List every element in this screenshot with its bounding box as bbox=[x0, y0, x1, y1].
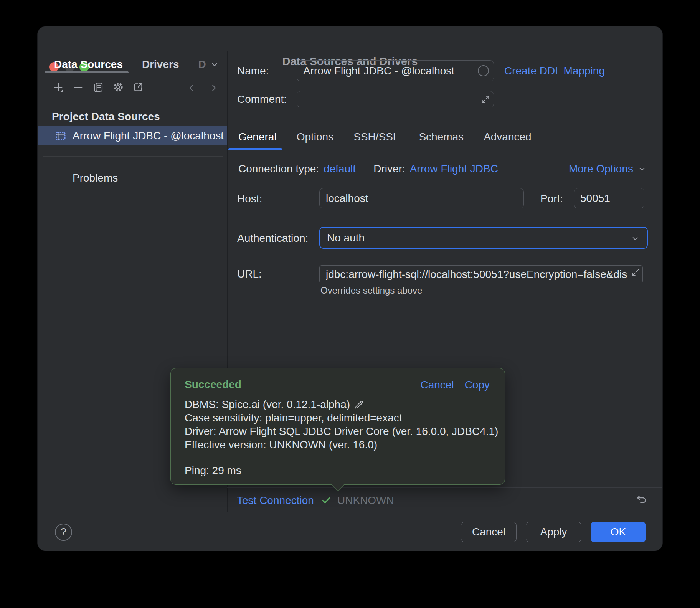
popup-line-case: Case sensitivity: plain=upper, delimited… bbox=[185, 412, 402, 424]
port-input[interactable] bbox=[574, 188, 644, 208]
remove-icon[interactable] bbox=[72, 81, 84, 93]
comment-field[interactable] bbox=[297, 91, 494, 107]
comment-input[interactable] bbox=[297, 91, 494, 107]
chevron-down-icon bbox=[637, 164, 647, 174]
sidebar-tab-data-sources[interactable]: Data Sources bbox=[54, 58, 123, 71]
port-label: Port: bbox=[540, 192, 563, 205]
name-input[interactable] bbox=[297, 61, 494, 81]
sidebar-item-problems[interactable]: Problems bbox=[73, 172, 118, 185]
sidebar-toolbar bbox=[52, 81, 144, 93]
forward-arrow-icon[interactable] bbox=[207, 82, 218, 94]
more-options[interactable]: More Options bbox=[569, 162, 647, 175]
tab-general[interactable]: General bbox=[238, 131, 277, 143]
sidebar-tab-drivers[interactable]: Drivers bbox=[142, 58, 179, 71]
undo-icon[interactable] bbox=[636, 493, 648, 506]
status-badge: Succeeded bbox=[185, 378, 241, 391]
connection-type-value[interactable]: default bbox=[324, 162, 356, 175]
authentication-label: Authentication: bbox=[237, 232, 308, 245]
url-input[interactable] bbox=[320, 266, 642, 283]
back-arrow-icon[interactable] bbox=[188, 82, 198, 94]
popup-cancel-link[interactable]: Cancel bbox=[420, 378, 454, 392]
datasource-list-item[interactable]: Arrow Flight JDBC - @localhost bbox=[38, 126, 227, 145]
popup-copy-link[interactable]: Copy bbox=[465, 378, 490, 392]
test-connection-link[interactable]: Test Connection bbox=[237, 494, 314, 507]
expand-icon[interactable] bbox=[480, 94, 490, 104]
more-options-label[interactable]: More Options bbox=[569, 162, 633, 175]
sidebar-tab-overflow[interactable]: D bbox=[198, 58, 206, 71]
host-input[interactable] bbox=[320, 188, 523, 208]
connection-status: UNKNOWN bbox=[337, 494, 394, 507]
port-field[interactable] bbox=[574, 188, 644, 208]
gear-icon[interactable] bbox=[112, 81, 124, 93]
active-form-tab-underline bbox=[228, 148, 282, 150]
popup-line-effective: Effective version: UNKNOWN (ver. 16.0) bbox=[185, 439, 377, 451]
open-in-new-icon[interactable] bbox=[132, 81, 144, 93]
add-icon[interactable] bbox=[52, 81, 64, 93]
name-field[interactable] bbox=[297, 60, 494, 81]
driver-value-link[interactable]: Arrow Flight JDBC bbox=[410, 162, 498, 175]
datasource-label: Arrow Flight JDBC - @localhost bbox=[73, 126, 224, 145]
color-swatch-icon[interactable] bbox=[478, 65, 489, 76]
url-label: URL: bbox=[237, 268, 262, 281]
test-connection-bar: Test Connection UNKNOWN bbox=[227, 487, 663, 512]
expand-icon[interactable] bbox=[631, 267, 641, 277]
cancel-button[interactable]: Cancel bbox=[461, 522, 517, 542]
comment-label: Comment: bbox=[237, 93, 287, 106]
check-icon bbox=[320, 494, 332, 506]
nav-arrows bbox=[188, 82, 218, 94]
apply-button[interactable]: Apply bbox=[526, 522, 581, 542]
chevron-down-icon[interactable] bbox=[209, 59, 220, 70]
ok-button[interactable]: OK bbox=[591, 522, 646, 542]
host-field[interactable] bbox=[319, 188, 524, 208]
tab-ssh-ssl[interactable]: SSH/SSL bbox=[353, 131, 399, 143]
authentication-value: No auth bbox=[327, 231, 365, 245]
data-sources-dialog: Data Sources and Drivers Data Sources Dr… bbox=[37, 26, 663, 551]
driver-label: Driver: bbox=[373, 162, 405, 175]
form-tabstrip: General Options SSH/SSL Schemas Advanced bbox=[238, 131, 532, 143]
tab-advanced[interactable]: Advanced bbox=[484, 131, 532, 143]
authentication-select[interactable]: No auth bbox=[319, 227, 648, 249]
chevron-down-icon bbox=[630, 233, 640, 243]
name-label: Name: bbox=[237, 64, 269, 78]
pencil-icon[interactable] bbox=[354, 399, 365, 410]
desktop: Data Sources and Drivers Data Sources Dr… bbox=[0, 0, 700, 608]
url-field[interactable] bbox=[319, 265, 643, 283]
connection-type-label: Connection type: bbox=[238, 162, 319, 175]
help-button[interactable]: ? bbox=[55, 524, 72, 541]
form-tabstrip-border bbox=[227, 150, 663, 150]
host-label: Host: bbox=[237, 192, 262, 205]
sidebar-divider bbox=[43, 156, 223, 157]
datasource-icon bbox=[55, 130, 66, 142]
duplicate-icon[interactable] bbox=[92, 81, 104, 93]
tab-options[interactable]: Options bbox=[297, 131, 334, 143]
sidebar-tabstrip-border bbox=[38, 73, 227, 73]
test-connection-popup: Succeeded Cancel Copy DBMS: Spice.ai (ve… bbox=[170, 368, 505, 485]
popup-line-ping: Ping: 29 ms bbox=[185, 464, 241, 477]
url-hint: Overrides settings above bbox=[320, 285, 422, 296]
popup-line-dbms: DBMS: Spice.ai (ver. 0.12.1-alpha) bbox=[185, 398, 350, 411]
tab-schemas[interactable]: Schemas bbox=[419, 131, 464, 143]
help-glyph: ? bbox=[61, 526, 66, 538]
popup-line-driver: Driver: Arrow Flight SQL JDBC Driver Cor… bbox=[185, 425, 498, 438]
create-ddl-mapping-link[interactable]: Create DDL Mapping bbox=[504, 64, 605, 78]
section-title: Project Data Sources bbox=[52, 110, 160, 123]
